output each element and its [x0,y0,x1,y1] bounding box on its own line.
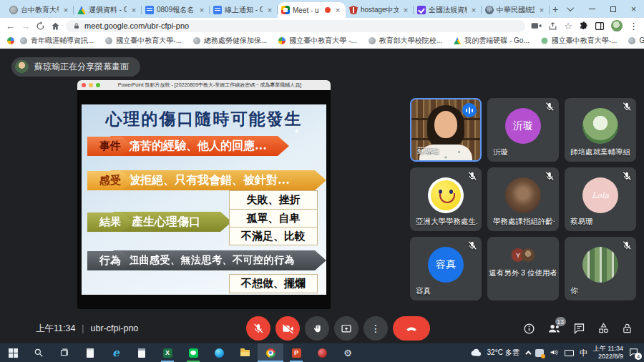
raise-hand-button[interactable] [305,316,329,341]
participant-name: 師培處就業輔導組 [570,147,630,157]
meet-control-bar: 上午11:34 | ubr-cfpi-pno ⋮ [0,315,644,342]
bookmark-item[interactable]: 我的雲端硬碟 - Go... [448,36,535,46]
edge-icon[interactable] [206,343,232,362]
tab-doc-0809[interactable]: 0809報名名單 × [142,2,210,18]
globe-icon [369,37,376,44]
host-controls-icon[interactable] [622,323,633,334]
taskbar-clock[interactable]: 上午 11:34 2022/8/9 [593,345,623,361]
calculator-icon[interactable] [129,343,155,362]
volume-icon[interactable] [550,348,559,358]
bookmark-star-icon[interactable]: ☆ [564,21,572,31]
participant-tile[interactable]: 容真 容真 [410,237,482,300]
forward-icon[interactable]: → [21,21,30,31]
address-bar[interactable]: meet.google.com/ubr-cfpi-pno [66,20,525,32]
home-icon[interactable] [51,21,60,31]
search-icon[interactable] [26,343,52,362]
tab-close-icon[interactable]: × [537,6,546,14]
participant-name: 蘇琼瑜 [417,146,440,156]
side-panel-icon[interactable] [595,21,605,31]
reload-icon[interactable] [36,21,45,31]
tab-close-icon[interactable]: × [469,6,478,14]
tray-app-icon[interactable] [535,349,544,357]
tab-tcue[interactable]: 台中教育大學 × [6,2,74,18]
tab-law-db[interactable]: 全國法規資料 × [414,2,482,18]
more-options-button[interactable]: ⋮ [364,316,388,341]
bookmark-item[interactable]: 教育部大學校院校... [363,36,448,46]
participant-tile-self[interactable]: 你 [565,237,636,300]
settings-gear-icon[interactable]: ⚙ [335,343,361,362]
start-button[interactable] [0,343,26,362]
mac-minimize-icon [89,83,93,87]
bookmark-item[interactable]: 國立臺中教育大學 -... [273,36,362,46]
share-icon[interactable] [548,21,557,31]
ime-indicator[interactable]: 中 [580,348,587,358]
minimize-button[interactable] [582,0,602,18]
participants-icon[interactable]: 13 [547,323,561,334]
notepad-icon[interactable] [77,343,103,362]
end-call-button[interactable] [393,316,430,341]
browser-menu-icon[interactable]: ⋮ [629,21,638,31]
mac-zoom-icon [96,83,100,87]
participant-tile[interactable]: 學務處課指組許齡雀 [487,167,559,231]
back-icon[interactable]: ← [6,21,15,31]
new-tab-button[interactable]: + [550,1,561,17]
tab-close-icon[interactable]: × [401,6,410,14]
tray-overflow-chevron-icon[interactable] [525,351,531,356]
tab-search-chevron-icon[interactable] [561,0,582,18]
participant-tile[interactable]: 師培處就業輔導組 [565,98,636,162]
tab-meet-active[interactable]: Meet - u × [278,2,346,18]
participant-tile[interactable]: 亞洲大學學務處生... [410,167,482,231]
file-explorer-icon[interactable] [232,343,258,362]
bookmark-item[interactable]: GCDF 全球職涯發... [623,36,644,46]
chat-icon[interactable] [573,323,585,334]
tab-close-icon[interactable]: × [333,6,342,14]
close-window-button[interactable]: × [623,0,644,18]
tab-close-icon[interactable]: × [130,6,138,14]
mic-toggle-button[interactable] [246,316,270,341]
excel-icon[interactable]: X [155,343,180,362]
action-center-icon[interactable]: 4 [629,348,638,358]
docs-favicon-icon [213,6,222,14]
touch-keyboard-icon[interactable] [565,350,574,356]
red-app-icon[interactable] [309,343,335,362]
mic-off-icon [467,171,477,184]
tab-close-icon[interactable]: × [265,6,274,14]
presenter-avatar [15,60,29,74]
bookmark-item[interactable]: 青年職涯輔導資訊... [14,36,99,46]
participant-tile-overflow[interactable]: Y 還有另外 3 位使用者 [487,237,559,300]
weather-text[interactable]: 32°C 多雲 [487,348,519,358]
gov-favicon-icon [485,6,494,14]
tab-hostage[interactable]: hostage中文 × [346,2,414,18]
tab-drive-file[interactable]: 運價資料 - G × [74,2,142,18]
feeling-arrow: 被拒絕、只有我會錯、被針對... [110,170,326,190]
tab-close-icon[interactable]: × [62,6,70,14]
weather-cloud-icon[interactable] [470,348,482,358]
powerpoint-icon[interactable]: P [283,343,309,362]
divider: | [82,323,84,333]
line-app-icon[interactable] [180,343,206,362]
bookmark-item[interactable]: 總務處勞健保加保... [187,36,273,46]
mic-off-icon [545,171,555,184]
meeting-details-icon[interactable] [523,323,535,335]
tab-gov-site[interactable]: 中華民國統計 × [482,2,550,18]
bookmark-item[interactable]: 國立臺中教育大學-... [99,36,187,46]
present-screen-button[interactable] [334,316,358,341]
chrome-icon[interactable] [258,343,283,362]
participant-tile-video[interactable]: 蘇琼瑜 [410,98,482,162]
apps-shortcut-icon[interactable] [7,37,14,44]
extensions-puzzle-icon[interactable] [579,21,588,31]
task-view-icon[interactable] [52,343,77,362]
profile-avatar[interactable] [611,20,623,31]
globe-favicon-icon [9,6,18,14]
participant-tile[interactable]: 沂璇 沂璇 [487,98,559,162]
tab-online-notice[interactable]: 線上通知 - G × [210,2,278,18]
bookmark-label: 教育部大學校院校... [379,36,442,46]
participant-tile[interactable]: Lola 蔡易珊 [565,167,636,231]
internet-explorer-icon[interactable]: e [103,343,129,362]
tab-close-icon[interactable]: × [197,6,206,14]
mic-off-icon [467,240,477,253]
maximize-button[interactable] [602,0,623,18]
camera-toggle-button[interactable] [275,316,300,341]
activities-icon[interactable] [597,323,610,334]
bookmark-item[interactable]: 國立臺中教育大學-... [535,36,623,46]
